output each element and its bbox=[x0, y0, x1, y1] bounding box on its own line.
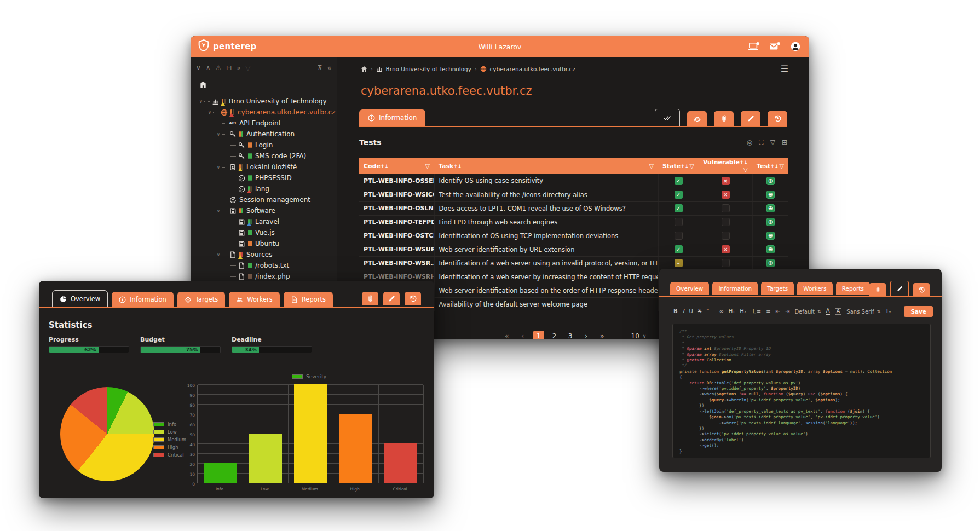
tab-workers[interactable]: Workers bbox=[229, 292, 280, 307]
text-color-button[interactable]: A bbox=[826, 308, 830, 315]
paperclip-button[interactable] bbox=[869, 283, 886, 296]
vulnerable-checkbox[interactable] bbox=[722, 232, 730, 240]
globe-icon[interactable] bbox=[480, 66, 487, 72]
table-row[interactable]: PTL-WEB-INFO-WSURL Web server identifica… bbox=[359, 243, 788, 256]
messages-icon[interactable] bbox=[769, 42, 781, 51]
table-row[interactable]: PTL-WEB-INFO-OSLNK Does access to LPT1, … bbox=[359, 201, 788, 215]
outdent-button[interactable]: ⇤ bbox=[776, 309, 780, 314]
filter-icon[interactable]: ▽ bbox=[649, 163, 654, 170]
menu-icon[interactable]: ☰ bbox=[781, 64, 788, 74]
check-double-button[interactable] bbox=[655, 109, 680, 126]
focus-icon[interactable]: ⊡ bbox=[226, 65, 232, 71]
pagination-first[interactable]: « bbox=[501, 331, 512, 339]
state-checkbox[interactable]: ✓ bbox=[675, 245, 683, 253]
vulnerable-checkbox[interactable] bbox=[722, 218, 730, 226]
run-test-button[interactable]: ⊕ bbox=[766, 204, 775, 212]
run-test-button[interactable]: ⊕ bbox=[766, 218, 775, 226]
tree-item[interactable]: /robots.txt bbox=[196, 260, 331, 271]
tab-overview[interactable]: Overview bbox=[670, 282, 709, 295]
bug-button[interactable] bbox=[687, 111, 707, 126]
tree-home-icon[interactable] bbox=[199, 80, 331, 90]
italic-button[interactable]: I bbox=[683, 309, 684, 314]
save-button[interactable]: Save bbox=[904, 306, 933, 317]
tree-item[interactable]: ∨ Lokální úložiště bbox=[196, 161, 331, 172]
pagination-page-3[interactable]: 3 bbox=[565, 331, 576, 339]
tree-item[interactable]: ∨ Sources bbox=[196, 249, 331, 260]
tree-item[interactable]: ∨ cyberarena.utko.feec.vutbr.cz bbox=[196, 107, 331, 118]
column-header-test[interactable]: Test↑↓▽ bbox=[752, 158, 788, 174]
pin-icon[interactable]: ⊼ bbox=[318, 65, 322, 71]
column-header-vulnerable[interactable]: Vulnerable↑↓▽ bbox=[699, 158, 752, 174]
heading-1-button[interactable]: H₁ bbox=[729, 309, 735, 314]
pencil-button[interactable] bbox=[890, 281, 909, 296]
tree-item[interactable]: ∨ Authentication bbox=[196, 129, 331, 140]
heading-2-button[interactable]: H₂ bbox=[740, 309, 746, 314]
breadcrumb-item[interactable]: Brno University of Technology bbox=[386, 66, 471, 72]
table-row[interactable]: PTL-WEB-INFO-WSR... Identification of a … bbox=[359, 256, 788, 270]
expand-icon[interactable]: ⛶ bbox=[759, 138, 763, 146]
highlight-button[interactable]: A bbox=[835, 308, 842, 315]
state-checkbox[interactable] bbox=[675, 232, 683, 240]
chevron-up-icon[interactable]: ∧ bbox=[206, 65, 211, 71]
vulnerable-checkbox[interactable]: × bbox=[722, 245, 730, 253]
column-header-task[interactable]: Task↑↓▽ bbox=[434, 158, 658, 174]
link-button[interactable]: ∞ bbox=[719, 309, 723, 314]
tree-item[interactable]: Vue.js bbox=[196, 227, 331, 238]
clear-format-button[interactable]: Tₓ bbox=[885, 309, 891, 314]
search-icon[interactable]: ⌕ bbox=[237, 65, 240, 71]
tree-item[interactable]: Laravel bbox=[196, 216, 331, 227]
page-size-select[interactable]: 10∨ bbox=[631, 332, 647, 339]
run-test-button[interactable]: ⊕ bbox=[766, 177, 775, 185]
tree-item[interactable]: Login bbox=[196, 140, 331, 151]
warning-icon[interactable]: ⚠ bbox=[216, 65, 222, 71]
tab-targets[interactable]: Targets bbox=[177, 292, 226, 307]
tree-item[interactable]: /index.php bbox=[196, 271, 331, 282]
tree-item[interactable]: SMS code (2FA) bbox=[196, 151, 331, 161]
tab-targets[interactable]: Targets bbox=[761, 282, 794, 295]
filter-icon[interactable]: ▽ bbox=[245, 65, 250, 71]
tree-item[interactable]: lang bbox=[196, 183, 331, 194]
filter-icon[interactable]: ▽ bbox=[743, 166, 748, 173]
chart-icon[interactable] bbox=[376, 66, 383, 72]
size-select[interactable]: Default⇅ bbox=[794, 309, 821, 315]
tab-information[interactable]: Information bbox=[112, 292, 174, 307]
state-checkbox[interactable]: ✓ bbox=[675, 177, 683, 185]
state-checkbox[interactable]: ✓ bbox=[675, 191, 683, 199]
run-test-button[interactable]: ⊕ bbox=[766, 245, 775, 253]
bullet-list-button[interactable]: ≡ bbox=[766, 309, 770, 314]
pagination-next[interactable]: › bbox=[581, 331, 592, 339]
run-test-button[interactable]: ⊕ bbox=[766, 259, 775, 267]
underline-button[interactable]: U bbox=[689, 309, 693, 314]
tree-item[interactable]: API API Endpoint bbox=[196, 118, 331, 129]
tab-reports[interactable]: Reports bbox=[836, 282, 870, 295]
filter-icon[interactable]: ▽ bbox=[780, 163, 784, 170]
filter-icon[interactable]: ▽ bbox=[425, 163, 430, 170]
target-icon[interactable]: ◎ bbox=[747, 138, 752, 146]
history-button[interactable] bbox=[768, 111, 787, 126]
pagination-page-1[interactable]: 1 bbox=[533, 331, 544, 339]
table-row[interactable]: PTL-WEB-INFO-OSTCP Identification of OS … bbox=[359, 229, 788, 243]
filter-off-icon[interactable]: ▽ bbox=[770, 138, 775, 146]
state-checkbox[interactable]: – bbox=[675, 259, 683, 267]
tab-overview[interactable]: Overview bbox=[52, 290, 108, 307]
add-column-icon[interactable]: ⊞ bbox=[782, 138, 787, 146]
code-editor[interactable]: /** * Get property values * * @param int… bbox=[672, 324, 931, 458]
device-notification-icon[interactable] bbox=[748, 42, 760, 51]
blockquote-button[interactable]: ” bbox=[706, 309, 709, 314]
state-checkbox[interactable] bbox=[675, 218, 683, 226]
run-test-button[interactable]: ⊕ bbox=[766, 232, 775, 240]
tab-reports[interactable]: Reports bbox=[284, 292, 333, 307]
strikethrough-button[interactable]: S bbox=[698, 309, 701, 314]
breadcrumb-item[interactable]: cyberarena.utko.feec.vutbr.cz bbox=[490, 66, 575, 72]
pagination-page-2[interactable]: 2 bbox=[549, 331, 560, 339]
tree-item[interactable]: ∨ Brno University of Technology bbox=[196, 96, 331, 107]
font-select[interactable]: Sans Serif⇅ bbox=[846, 309, 880, 315]
paperclip-button[interactable] bbox=[362, 292, 378, 305]
state-checkbox[interactable]: ✓ bbox=[675, 204, 683, 212]
pencil-button[interactable] bbox=[741, 111, 760, 126]
vulnerable-checkbox[interactable] bbox=[722, 204, 730, 212]
tree-item[interactable]: PHPSESSID bbox=[196, 172, 331, 183]
avatar-icon[interactable] bbox=[789, 42, 802, 51]
tab-information[interactable]: Information bbox=[359, 109, 425, 126]
vulnerable-checkbox[interactable]: × bbox=[722, 191, 730, 199]
